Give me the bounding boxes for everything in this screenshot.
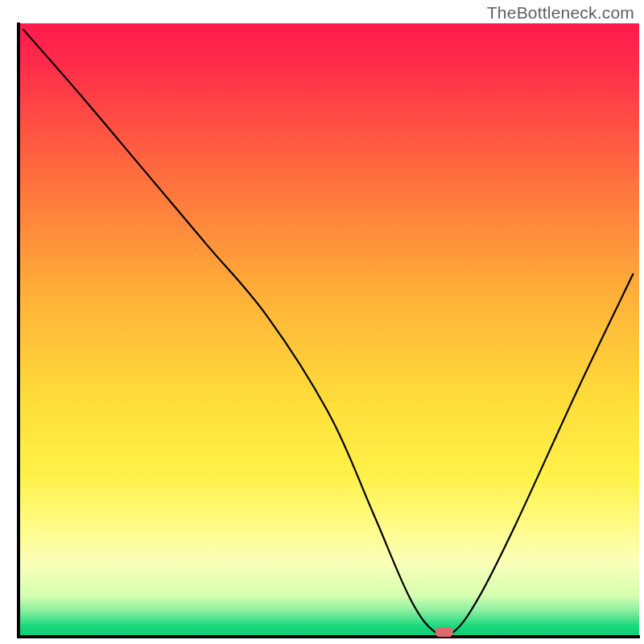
watermark-text: TheBottleneck.com bbox=[487, 3, 634, 23]
optimal-marker bbox=[436, 627, 453, 637]
bottleneck-chart bbox=[0, 0, 644, 644]
svg-rect-1 bbox=[17, 635, 640, 638]
plot-background bbox=[20, 23, 639, 635]
svg-rect-0 bbox=[17, 23, 20, 638]
chart-container: TheBottleneck.com bbox=[0, 0, 644, 644]
